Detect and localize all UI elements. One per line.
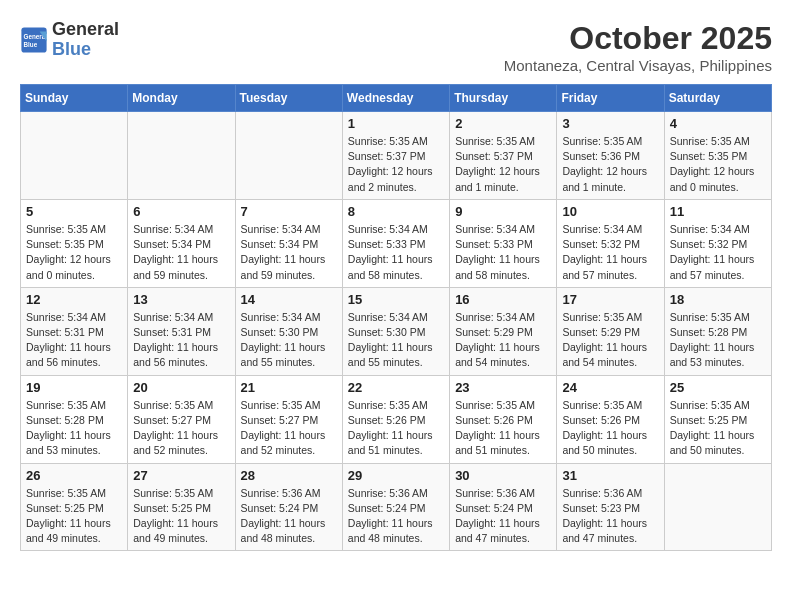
calendar-cell: 28Sunrise: 5:36 AMSunset: 5:24 PMDayligh… <box>235 463 342 551</box>
calendar-cell <box>235 112 342 200</box>
week-row-2: 5Sunrise: 5:35 AMSunset: 5:35 PMDaylight… <box>21 199 772 287</box>
calendar-cell: 24Sunrise: 5:35 AMSunset: 5:26 PMDayligh… <box>557 375 664 463</box>
day-number: 11 <box>670 204 766 219</box>
day-number: 22 <box>348 380 444 395</box>
day-number: 19 <box>26 380 122 395</box>
day-number: 4 <box>670 116 766 131</box>
day-number: 12 <box>26 292 122 307</box>
week-row-5: 26Sunrise: 5:35 AMSunset: 5:25 PMDayligh… <box>21 463 772 551</box>
calendar-cell: 23Sunrise: 5:35 AMSunset: 5:26 PMDayligh… <box>450 375 557 463</box>
day-info: Sunrise: 5:34 AMSunset: 5:31 PMDaylight:… <box>133 310 229 371</box>
day-info: Sunrise: 5:35 AMSunset: 5:29 PMDaylight:… <box>562 310 658 371</box>
month-title: October 2025 <box>504 20 772 57</box>
day-info: Sunrise: 5:34 AMSunset: 5:33 PMDaylight:… <box>348 222 444 283</box>
logo-icon: General Blue <box>20 26 48 54</box>
week-row-4: 19Sunrise: 5:35 AMSunset: 5:28 PMDayligh… <box>21 375 772 463</box>
calendar-cell: 29Sunrise: 5:36 AMSunset: 5:24 PMDayligh… <box>342 463 449 551</box>
day-info: Sunrise: 5:36 AMSunset: 5:23 PMDaylight:… <box>562 486 658 547</box>
day-number: 18 <box>670 292 766 307</box>
day-info: Sunrise: 5:35 AMSunset: 5:26 PMDaylight:… <box>562 398 658 459</box>
svg-rect-0 <box>21 27 46 52</box>
calendar-cell <box>128 112 235 200</box>
week-row-3: 12Sunrise: 5:34 AMSunset: 5:31 PMDayligh… <box>21 287 772 375</box>
calendar-cell: 2Sunrise: 5:35 AMSunset: 5:37 PMDaylight… <box>450 112 557 200</box>
calendar-cell: 8Sunrise: 5:34 AMSunset: 5:33 PMDaylight… <box>342 199 449 287</box>
weekday-header-saturday: Saturday <box>664 85 771 112</box>
day-number: 15 <box>348 292 444 307</box>
day-number: 1 <box>348 116 444 131</box>
day-number: 23 <box>455 380 551 395</box>
calendar-cell: 12Sunrise: 5:34 AMSunset: 5:31 PMDayligh… <box>21 287 128 375</box>
day-number: 10 <box>562 204 658 219</box>
day-info: Sunrise: 5:35 AMSunset: 5:28 PMDaylight:… <box>670 310 766 371</box>
calendar-cell: 31Sunrise: 5:36 AMSunset: 5:23 PMDayligh… <box>557 463 664 551</box>
day-number: 28 <box>241 468 337 483</box>
weekday-header-friday: Friday <box>557 85 664 112</box>
day-number: 30 <box>455 468 551 483</box>
page-header: General Blue General Blue October 2025 M… <box>20 20 772 74</box>
day-number: 8 <box>348 204 444 219</box>
day-number: 14 <box>241 292 337 307</box>
day-info: Sunrise: 5:34 AMSunset: 5:29 PMDaylight:… <box>455 310 551 371</box>
day-number: 16 <box>455 292 551 307</box>
calendar-cell: 3Sunrise: 5:35 AMSunset: 5:36 PMDaylight… <box>557 112 664 200</box>
day-info: Sunrise: 5:34 AMSunset: 5:32 PMDaylight:… <box>670 222 766 283</box>
calendar-table: SundayMondayTuesdayWednesdayThursdayFrid… <box>20 84 772 551</box>
day-info: Sunrise: 5:35 AMSunset: 5:25 PMDaylight:… <box>26 486 122 547</box>
day-number: 21 <box>241 380 337 395</box>
day-number: 24 <box>562 380 658 395</box>
day-info: Sunrise: 5:35 AMSunset: 5:36 PMDaylight:… <box>562 134 658 195</box>
weekday-header-row: SundayMondayTuesdayWednesdayThursdayFrid… <box>21 85 772 112</box>
day-info: Sunrise: 5:35 AMSunset: 5:37 PMDaylight:… <box>348 134 444 195</box>
day-info: Sunrise: 5:36 AMSunset: 5:24 PMDaylight:… <box>348 486 444 547</box>
calendar-cell: 11Sunrise: 5:34 AMSunset: 5:32 PMDayligh… <box>664 199 771 287</box>
calendar-cell <box>664 463 771 551</box>
calendar-cell: 27Sunrise: 5:35 AMSunset: 5:25 PMDayligh… <box>128 463 235 551</box>
calendar-cell: 17Sunrise: 5:35 AMSunset: 5:29 PMDayligh… <box>557 287 664 375</box>
title-block: October 2025 Montaneza, Central Visayas,… <box>504 20 772 74</box>
day-info: Sunrise: 5:35 AMSunset: 5:27 PMDaylight:… <box>133 398 229 459</box>
calendar-cell: 15Sunrise: 5:34 AMSunset: 5:30 PMDayligh… <box>342 287 449 375</box>
calendar-cell: 26Sunrise: 5:35 AMSunset: 5:25 PMDayligh… <box>21 463 128 551</box>
day-info: Sunrise: 5:35 AMSunset: 5:37 PMDaylight:… <box>455 134 551 195</box>
day-number: 9 <box>455 204 551 219</box>
day-info: Sunrise: 5:34 AMSunset: 5:30 PMDaylight:… <box>348 310 444 371</box>
calendar-cell: 6Sunrise: 5:34 AMSunset: 5:34 PMDaylight… <box>128 199 235 287</box>
calendar-cell: 30Sunrise: 5:36 AMSunset: 5:24 PMDayligh… <box>450 463 557 551</box>
day-number: 25 <box>670 380 766 395</box>
day-info: Sunrise: 5:35 AMSunset: 5:25 PMDaylight:… <box>670 398 766 459</box>
day-info: Sunrise: 5:34 AMSunset: 5:34 PMDaylight:… <box>133 222 229 283</box>
day-info: Sunrise: 5:34 AMSunset: 5:33 PMDaylight:… <box>455 222 551 283</box>
calendar-cell: 1Sunrise: 5:35 AMSunset: 5:37 PMDaylight… <box>342 112 449 200</box>
day-info: Sunrise: 5:35 AMSunset: 5:27 PMDaylight:… <box>241 398 337 459</box>
weekday-header-sunday: Sunday <box>21 85 128 112</box>
day-number: 27 <box>133 468 229 483</box>
calendar-cell: 20Sunrise: 5:35 AMSunset: 5:27 PMDayligh… <box>128 375 235 463</box>
calendar-cell: 5Sunrise: 5:35 AMSunset: 5:35 PMDaylight… <box>21 199 128 287</box>
calendar-cell: 25Sunrise: 5:35 AMSunset: 5:25 PMDayligh… <box>664 375 771 463</box>
day-info: Sunrise: 5:34 AMSunset: 5:32 PMDaylight:… <box>562 222 658 283</box>
calendar-cell: 7Sunrise: 5:34 AMSunset: 5:34 PMDaylight… <box>235 199 342 287</box>
day-number: 7 <box>241 204 337 219</box>
calendar-cell: 14Sunrise: 5:34 AMSunset: 5:30 PMDayligh… <box>235 287 342 375</box>
day-info: Sunrise: 5:34 AMSunset: 5:30 PMDaylight:… <box>241 310 337 371</box>
day-number: 2 <box>455 116 551 131</box>
day-number: 26 <box>26 468 122 483</box>
calendar-cell: 10Sunrise: 5:34 AMSunset: 5:32 PMDayligh… <box>557 199 664 287</box>
calendar-cell: 4Sunrise: 5:35 AMSunset: 5:35 PMDaylight… <box>664 112 771 200</box>
calendar-cell <box>21 112 128 200</box>
day-info: Sunrise: 5:34 AMSunset: 5:34 PMDaylight:… <box>241 222 337 283</box>
day-info: Sunrise: 5:35 AMSunset: 5:35 PMDaylight:… <box>26 222 122 283</box>
day-info: Sunrise: 5:34 AMSunset: 5:31 PMDaylight:… <box>26 310 122 371</box>
day-info: Sunrise: 5:35 AMSunset: 5:26 PMDaylight:… <box>455 398 551 459</box>
weekday-header-tuesday: Tuesday <box>235 85 342 112</box>
day-info: Sunrise: 5:36 AMSunset: 5:24 PMDaylight:… <box>455 486 551 547</box>
day-number: 31 <box>562 468 658 483</box>
logo: General Blue General Blue <box>20 20 119 60</box>
location-subtitle: Montaneza, Central Visayas, Philippines <box>504 57 772 74</box>
day-number: 5 <box>26 204 122 219</box>
day-info: Sunrise: 5:35 AMSunset: 5:35 PMDaylight:… <box>670 134 766 195</box>
day-number: 20 <box>133 380 229 395</box>
calendar-cell: 9Sunrise: 5:34 AMSunset: 5:33 PMDaylight… <box>450 199 557 287</box>
calendar-cell: 22Sunrise: 5:35 AMSunset: 5:26 PMDayligh… <box>342 375 449 463</box>
